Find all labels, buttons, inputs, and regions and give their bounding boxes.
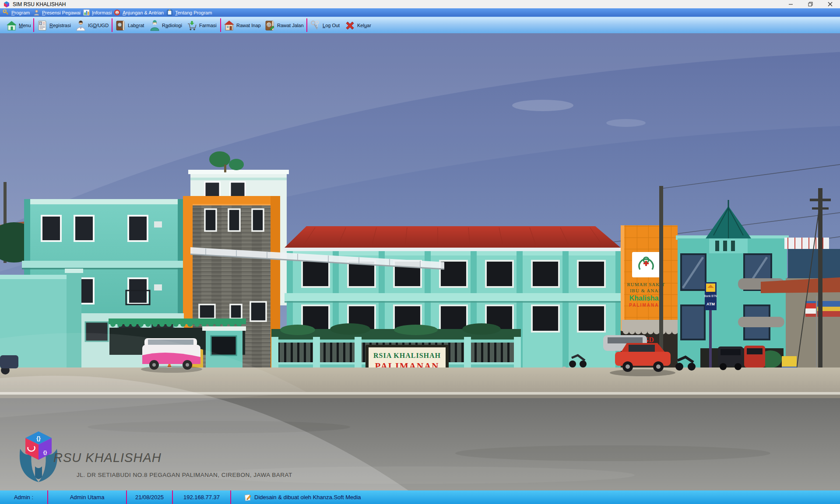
outpatient-book-icon: @	[264, 20, 275, 31]
tower-sign-line4: PALIMANAN	[629, 303, 663, 308]
menu-presensi-pegawai[interactable]: Presensi Pegawai	[33, 8, 81, 17]
toolbar-keluar-button[interactable]: Keluar	[344, 19, 371, 32]
tool-bar: Menu Registrasi IGD/UGD Laborat Radiolog…	[0, 17, 840, 33]
toolbar-radiologi-button[interactable]: Radiologi	[149, 19, 182, 32]
brand-address: JL. DR SETIABUDI NO.8 PEGAGAN PALIMANAN,…	[77, 472, 292, 478]
keys-icon	[310, 20, 321, 31]
status-credit: Didesain & dibuat oleh Khanza.Soft Media	[231, 490, 840, 504]
close-button[interactable]	[820, 0, 840, 8]
toolbar-separator	[306, 18, 307, 32]
exit-x-icon	[344, 20, 355, 31]
chart-icon	[83, 9, 90, 16]
queue-kiosk-icon	[114, 9, 120, 16]
svg-text:@: @	[267, 22, 271, 27]
pencil-note-icon	[244, 494, 251, 501]
svg-text:{}: {}	[43, 450, 47, 455]
clipboard-icon	[166, 9, 173, 16]
title-bar: SIM RSU KHALISHAH	[0, 0, 840, 8]
svg-text:{}: {}	[36, 435, 41, 441]
restore-button[interactable]	[801, 0, 820, 8]
tower-sign-line3: Khalishah	[629, 294, 663, 302]
main-photo-area: RUMAH SAKIT IBU & ANAK Khalishah PALIMAN…	[0, 33, 840, 490]
status-bar: Admin : Admin Utama 21/08/2025 192.168.7…	[0, 490, 840, 504]
status-admin-value: Admin Utama	[48, 490, 127, 504]
home-icon	[6, 20, 17, 31]
status-ip-address: 192.168.77.37	[173, 490, 231, 504]
dark-suv	[718, 346, 743, 370]
toolbar-separator	[220, 18, 221, 32]
toolbar-rawat-jalan-button[interactable]: @ Rawat Jalan	[264, 19, 304, 32]
menu-informasi-label: Informasi	[92, 10, 112, 15]
tower-sign-line2: IBU & ANAK	[630, 288, 662, 293]
status-admin-label: Admin :	[0, 490, 48, 504]
toolbar-laborat-button[interactable]: Laborat	[115, 19, 144, 32]
menu-informasi[interactable]: Informasi	[83, 8, 112, 17]
lab-book-icon	[115, 20, 126, 31]
menu-bar: Program Presensi Pegawai Informasi Anjun…	[0, 8, 840, 17]
toolbar-log-out-button[interactable]: Log Out	[310, 19, 340, 32]
toolbar-separator	[33, 18, 34, 32]
red-vehicle-far	[744, 346, 765, 368]
cart-icon	[186, 20, 197, 31]
toolbar-registrasi-button[interactable]: Registrasi	[37, 19, 71, 32]
registration-form-icon	[37, 20, 48, 31]
menu-tentang-program[interactable]: Tentang Program	[166, 8, 212, 17]
employee-icon	[33, 9, 40, 16]
toolbar-igd-ugd-button[interactable]: IGD/UGD	[75, 19, 109, 32]
flag-indonesia	[805, 303, 816, 308]
signboard-line1: RSIA KHALISHAH	[373, 352, 441, 359]
menu-program-label: Program	[11, 10, 30, 15]
inpatient-house-icon	[224, 20, 235, 31]
menu-tentang-label: Tentang Program	[175, 10, 212, 15]
app-window: SIM RSU KHALISHAH Program Presensi Pegaw…	[0, 0, 840, 504]
bank-btn-label: Bank BTN	[704, 294, 717, 298]
atm-label: ATM	[706, 302, 715, 306]
doctor-icon	[75, 20, 86, 31]
menu-anjungan-label: Anjungan & Antrian	[123, 10, 164, 15]
menu-program[interactable]: Program	[3, 8, 30, 17]
toolbar-farmasi-button[interactable]: Farmasi	[186, 19, 217, 32]
window-title: SIM RSU KHALISHAH	[13, 1, 781, 7]
toolbar-separator	[112, 18, 112, 32]
nurse-icon	[149, 20, 160, 31]
power-pole	[818, 188, 822, 381]
brand-title: RSU KHALISHAH	[53, 451, 162, 465]
menu-presensi-label: Presensi Pegawai	[42, 10, 81, 15]
key-icon	[3, 9, 9, 16]
app-cube-icon	[3, 1, 10, 8]
utility-pole	[659, 186, 663, 374]
status-date: 21/08/2025	[127, 490, 173, 504]
minimize-button[interactable]	[781, 0, 801, 8]
hospital-photo: RUMAH SAKIT IBU & ANAK Khalishah PALIMAN…	[0, 33, 840, 490]
toolbar-rawat-inap-button[interactable]: Rawat Inap	[224, 19, 261, 32]
menu-anjungan-antrian[interactable]: Anjungan & Antrian	[114, 8, 164, 17]
toolbar-menu-button[interactable]: Menu	[6, 19, 31, 32]
